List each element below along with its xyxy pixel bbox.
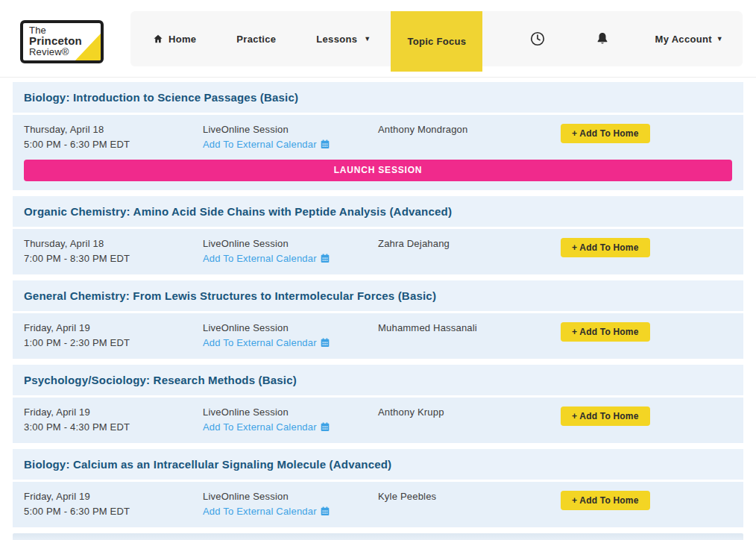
session-details-row: Friday, April 19 1:00 PM - 2:30 PM EDT L… bbox=[13, 313, 743, 359]
add-to-home-button[interactable]: + Add To Home bbox=[561, 491, 650, 510]
notifications-button[interactable] bbox=[570, 31, 634, 47]
session-title: General Chemistry: From Lewis Structures… bbox=[24, 289, 732, 302]
session-card: Psychology/Sociology: Research Methods (… bbox=[13, 365, 743, 443]
calendar-link-label: Add To External Calendar bbox=[203, 137, 317, 152]
my-account-menu[interactable]: My Account ▼ bbox=[634, 34, 723, 45]
add-to-home-button[interactable]: + Add To Home bbox=[561, 238, 650, 257]
session-type-cell: LiveOnline Session Add To External Calen… bbox=[203, 236, 378, 266]
session-date: Thursday, April 18 bbox=[24, 122, 203, 137]
session-date: Thursday, April 18 bbox=[24, 236, 203, 251]
session-details-row: Friday, April 19 5:00 PM - 6:30 PM EDT L… bbox=[13, 482, 743, 527]
nav-right-group: My Account ▼ bbox=[505, 11, 743, 66]
session-datetime: Friday, April 19 1:00 PM - 2:30 PM EDT bbox=[24, 321, 203, 350]
session-time: 5:00 PM - 6:30 PM EDT bbox=[24, 137, 203, 152]
session-card: Biology: Introduction to Science Passage… bbox=[13, 82, 743, 190]
nav-item-topic-focus[interactable]: Topic Focus bbox=[391, 11, 482, 72]
nav-item-label: Lessons bbox=[316, 34, 357, 45]
bell-icon bbox=[595, 31, 610, 47]
add-to-external-calendar-link[interactable]: Add To External Calendar bbox=[203, 251, 330, 266]
calendar-link-label: Add To External Calendar bbox=[203, 336, 317, 351]
session-title-row: General Chemistry: From Lewis Structures… bbox=[13, 280, 743, 311]
calendar-icon bbox=[321, 506, 330, 516]
session-instructor: Zahra Dejahang bbox=[378, 236, 561, 251]
session-time: 7:00 PM - 8:30 PM EDT bbox=[24, 251, 203, 266]
session-type: LiveOnline Session bbox=[203, 489, 378, 504]
session-type: LiveOnline Session bbox=[203, 405, 378, 420]
session-datetime: Thursday, April 18 5:00 PM - 6:30 PM EDT bbox=[24, 122, 203, 151]
session-details-grid: Thursday, April 18 7:00 PM - 8:30 PM EDT… bbox=[24, 236, 732, 266]
session-card: General Chemistry: From Lewis Structures… bbox=[13, 280, 743, 359]
session-instructor: Anthony Mondragon bbox=[378, 122, 561, 137]
session-type: LiveOnline Session bbox=[203, 236, 378, 251]
add-to-home-button[interactable]: + Add To Home bbox=[561, 124, 650, 143]
session-details-row: Friday, April 19 3:00 PM - 4:30 PM EDT L… bbox=[13, 398, 743, 443]
calendar-link-label: Add To External Calendar bbox=[203, 251, 317, 266]
session-type: LiveOnline Session bbox=[203, 122, 378, 137]
session-instructor: Kyle Peebles bbox=[378, 489, 561, 504]
session-list: Biology: Introduction to Science Passage… bbox=[0, 78, 756, 527]
princeton-review-logo[interactable]: The Princeton Review® bbox=[20, 20, 104, 63]
session-date: Friday, April 19 bbox=[24, 321, 203, 336]
add-to-home-button[interactable]: + Add To Home bbox=[561, 406, 650, 426]
session-details-grid: Thursday, April 18 5:00 PM - 6:30 PM EDT… bbox=[24, 122, 732, 151]
header: The Princeton Review® Home Practice Less… bbox=[0, 0, 756, 78]
session-details-grid: Friday, April 19 1:00 PM - 2:30 PM EDT L… bbox=[24, 321, 732, 350]
nav-item-practice[interactable]: Practice bbox=[216, 11, 296, 66]
session-title: Psychology/Sociology: Research Methods (… bbox=[24, 374, 732, 386]
main-nav: Home Practice Lessons ▼ Topic Focus bbox=[130, 11, 743, 66]
session-instructor: Anthony Krupp bbox=[378, 405, 561, 420]
calendar-icon bbox=[321, 338, 330, 348]
session-datetime: Friday, April 19 5:00 PM - 6:30 PM EDT bbox=[24, 489, 203, 518]
chevron-down-icon: ▼ bbox=[364, 35, 371, 43]
session-title: Biology: Calcium as an Intracellular Sig… bbox=[24, 458, 732, 471]
calendar-icon bbox=[321, 254, 330, 263]
add-to-external-calendar-link[interactable]: Add To External Calendar bbox=[203, 420, 330, 435]
calendar-icon bbox=[321, 422, 330, 432]
home-icon bbox=[153, 34, 163, 44]
session-title: Organic Chemistry: Amino Acid Side Chain… bbox=[24, 205, 732, 218]
logo-line-1: The bbox=[29, 25, 101, 35]
session-type: LiveOnline Session bbox=[203, 321, 378, 336]
calendar-link-label: Add To External Calendar bbox=[203, 420, 317, 435]
history-clock-button[interactable] bbox=[505, 31, 570, 47]
next-card-partial bbox=[13, 533, 743, 540]
session-title-row: Biology: Introduction to Science Passage… bbox=[13, 82, 743, 113]
page: The Princeton Review® Home Practice Less… bbox=[0, 0, 756, 540]
session-instructor: Muhammed Hassanali bbox=[378, 321, 561, 336]
session-title: Biology: Introduction to Science Passage… bbox=[24, 91, 732, 104]
session-type-cell: LiveOnline Session Add To External Calen… bbox=[203, 489, 378, 518]
session-datetime: Thursday, April 18 7:00 PM - 8:30 PM EDT bbox=[24, 236, 203, 266]
session-date: Friday, April 19 bbox=[24, 405, 203, 420]
session-datetime: Friday, April 19 3:00 PM - 4:30 PM EDT bbox=[24, 405, 203, 434]
session-type-cell: LiveOnline Session Add To External Calen… bbox=[203, 321, 378, 350]
nav-item-label: Practice bbox=[236, 34, 276, 45]
session-type-cell: LiveOnline Session Add To External Calen… bbox=[203, 122, 378, 151]
session-details-grid: Friday, April 19 5:00 PM - 6:30 PM EDT L… bbox=[24, 489, 732, 518]
add-to-external-calendar-link[interactable]: Add To External Calendar bbox=[203, 504, 330, 519]
nav-item-label: Home bbox=[168, 34, 196, 45]
nav-item-label: Topic Focus bbox=[407, 36, 466, 47]
session-details-row: Thursday, April 18 5:00 PM - 6:30 PM EDT… bbox=[13, 115, 743, 190]
session-card: Biology: Calcium as an Intracellular Sig… bbox=[13, 449, 743, 527]
add-to-external-calendar-link[interactable]: Add To External Calendar bbox=[203, 137, 330, 152]
session-time: 1:00 PM - 2:30 PM EDT bbox=[24, 336, 203, 351]
session-title-row: Organic Chemistry: Amino Acid Side Chain… bbox=[13, 196, 743, 227]
add-to-home-button[interactable]: + Add To Home bbox=[561, 322, 650, 342]
session-card: Organic Chemistry: Amino Acid Side Chain… bbox=[13, 196, 743, 274]
launch-session-button[interactable]: LAUNCH SESSION bbox=[24, 160, 732, 181]
session-type-cell: LiveOnline Session Add To External Calen… bbox=[203, 405, 378, 434]
session-date: Friday, April 19 bbox=[24, 489, 203, 504]
calendar-icon bbox=[321, 139, 330, 149]
session-time: 3:00 PM - 4:30 PM EDT bbox=[24, 420, 203, 435]
session-details-row: Thursday, April 18 7:00 PM - 8:30 PM EDT… bbox=[13, 229, 743, 274]
nav-item-home[interactable]: Home bbox=[130, 11, 216, 66]
session-time: 5:00 PM - 6:30 PM EDT bbox=[24, 504, 203, 519]
session-title-row: Biology: Calcium as an Intracellular Sig… bbox=[13, 449, 743, 480]
session-title-row: Psychology/Sociology: Research Methods (… bbox=[13, 365, 743, 395]
nav-item-lessons[interactable]: Lessons ▼ bbox=[296, 11, 391, 66]
add-to-external-calendar-link[interactable]: Add To External Calendar bbox=[203, 336, 330, 351]
chevron-down-icon: ▼ bbox=[716, 35, 723, 43]
my-account-label: My Account bbox=[655, 34, 712, 45]
session-details-grid: Friday, April 19 3:00 PM - 4:30 PM EDT L… bbox=[24, 405, 732, 434]
clock-icon bbox=[529, 31, 546, 47]
